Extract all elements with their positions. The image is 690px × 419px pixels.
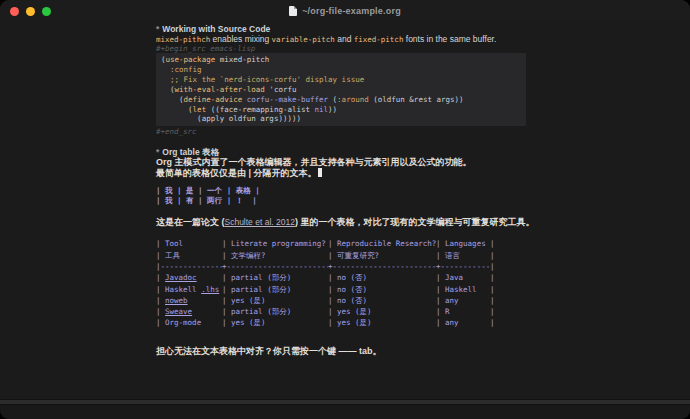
code-line: :config <box>161 65 526 75</box>
table-link[interactable]: Sweave <box>165 307 192 316</box>
code-line: (with-eval-after-load 'corfu <box>161 85 526 95</box>
table-cell: | no (否) <box>328 284 436 295</box>
paragraph-text: ) 里的一个表格，对比了现有的文学编程与可重复研究工具。 <box>295 217 535 227</box>
text-cursor <box>318 168 323 177</box>
table-border: | <box>490 261 495 272</box>
table-border: | <box>490 284 495 295</box>
table-row: | Javadoc| partial (部分)| no (否)| Java| <box>156 272 586 283</box>
window-title-group: ~/org-file-example.org <box>0 0 690 22</box>
table-cell: | Haskell .lhs <box>156 284 222 295</box>
table-cell: | Haskell <box>436 284 490 295</box>
mini-org-table: | 我 | 是 | 一个 | 表格 | | 我 | 有 | 两行 | ！ | <box>156 186 586 206</box>
paragraph-simple-table: 最简单的表格仅仅是由 | 分隔开的文本。 <box>156 168 586 179</box>
table-border: | <box>490 238 495 249</box>
heading-bullet: * <box>156 147 159 157</box>
table-row: | Tool| Literate programming?| Reproduci… <box>156 238 586 249</box>
citation-link[interactable]: Schulte et al. 2012 <box>225 217 295 227</box>
table-cell: | Javadoc <box>156 272 222 283</box>
document-icon <box>289 6 297 16</box>
table-cell: |-------------------- <box>156 261 222 272</box>
table-cell: | yes (是) <box>328 306 436 317</box>
code-line: (use-package mixed-pitch <box>161 55 526 65</box>
table-cell: | 可重复研究? <box>328 250 436 261</box>
table-border: | <box>490 317 495 328</box>
table-cell: +-------------------------- <box>222 261 328 272</box>
table-cell: | yes (是) <box>222 317 328 328</box>
table-link[interactable]: noweb <box>165 296 188 305</box>
table-row: | noweb| yes (是)| no (否)| any| <box>156 295 586 306</box>
table-cell: | 语言 <box>436 250 490 261</box>
code-line: (let ((face-remapping-alist nil)) <box>161 105 526 115</box>
table-cell: | Sweave <box>156 306 222 317</box>
heading-text: Working with Source Code <box>162 24 270 34</box>
paragraph-table-intro: Org 主模式内置了一个表格编辑器，并且支持各种与元素引用以及公式的功能。 <box>156 157 586 168</box>
table-row: | 我 | 是 | 一个 | 表格 | <box>156 186 586 196</box>
table-cell: | 工具 <box>156 250 222 261</box>
table-cell: | Tool <box>156 238 222 249</box>
begin-src-line: #+begin_src emacs-lisp <box>156 44 586 53</box>
table-border: | <box>490 306 495 317</box>
table-cell: | Literate programming? <box>222 238 328 249</box>
intro-line: mixed-pithch enables mixing variable-pit… <box>156 34 586 44</box>
org-heading-table: *Org table 表格 <box>156 147 586 157</box>
code-block: (use-package mixed-pitch :config ;; Fix … <box>156 53 526 126</box>
table-cell: | yes (是) <box>222 295 328 306</box>
table-border: | <box>490 250 495 261</box>
table-border: | <box>490 272 495 283</box>
table-row: | 工具| 文学编程?| 可重复研究?| 语言| <box>156 250 586 261</box>
table-link[interactable]: Javadoc <box>165 273 197 282</box>
table-cell: | partial (部分) <box>222 272 328 283</box>
end-src-line: #+end_src <box>156 126 586 136</box>
paragraph-tab-tip: 担心无法在文本表格中对齐？你只需按一个键 —— tab。 <box>156 346 586 357</box>
table-cell: | R <box>436 306 490 317</box>
org-buffer[interactable]: *Working with Source Code mixed-pithch e… <box>156 22 586 357</box>
table-cell: | partial (部分) <box>222 284 328 295</box>
heading-bullet: * <box>156 24 159 34</box>
table-cell: +-------------------------- <box>328 261 436 272</box>
table-separator-row: |--------------------+------------------… <box>156 261 586 272</box>
code-line: (apply oldfun args))))) <box>161 114 526 124</box>
table-cell: | 文学编程? <box>222 250 328 261</box>
paragraph-text: 这是在一篇论文 ( <box>156 217 225 227</box>
table-cell: | partial (部分) <box>222 306 328 317</box>
paragraph-text: 最简单的表格仅仅是由 | 分隔开的文本。 <box>156 168 317 178</box>
table-cell: | no (否) <box>328 272 436 283</box>
table-row: | Org-mode| yes (是)| yes (是)| any| <box>156 317 586 328</box>
table-cell: | noweb <box>156 295 222 306</box>
table-cell: | Org-mode <box>156 317 222 328</box>
table-border: | <box>490 295 495 306</box>
title-bar: ~/org-file-example.org <box>0 0 690 22</box>
table-cell: | any <box>436 317 490 328</box>
heading-text: Org table 表格 <box>162 147 219 157</box>
paragraph-paper-reference: 这是在一篇论文 (Schulte et al. 2012) 里的一个表格，对比了… <box>156 217 586 228</box>
comparison-org-table: | Tool| Literate programming?| Reproduci… <box>156 238 586 328</box>
table-cell: | Languages <box>436 238 490 249</box>
table-cell: | Java <box>436 272 490 283</box>
emacs-window: ~/org-file-example.org *Working with Sou… <box>0 0 690 419</box>
table-cell: | Reproducible Research? <box>328 238 436 249</box>
table-link[interactable]: .lhs <box>201 285 219 294</box>
table-cell: | no (否) <box>328 295 436 306</box>
window-title: ~/org-file-example.org <box>302 6 401 16</box>
code-line: (define-advice corfu--make-buffer (:arou… <box>161 95 526 105</box>
org-heading-source-code: *Working with Source Code <box>156 24 586 34</box>
table-row: | 我 | 有 | 两行 | ！ | <box>156 196 586 206</box>
echo-area <box>0 405 690 419</box>
table-row: | Sweave| partial (部分)| yes (是)| R| <box>156 306 586 317</box>
table-cell: | any <box>436 295 490 306</box>
table-cell: +-------------- <box>436 261 490 272</box>
code-line: ;; Fix the `nerd-icons-corfu' display is… <box>161 75 526 85</box>
table-row: | Haskell .lhs| partial (部分)| no (否)| Ha… <box>156 284 586 295</box>
table-cell: | yes (是) <box>328 317 436 328</box>
